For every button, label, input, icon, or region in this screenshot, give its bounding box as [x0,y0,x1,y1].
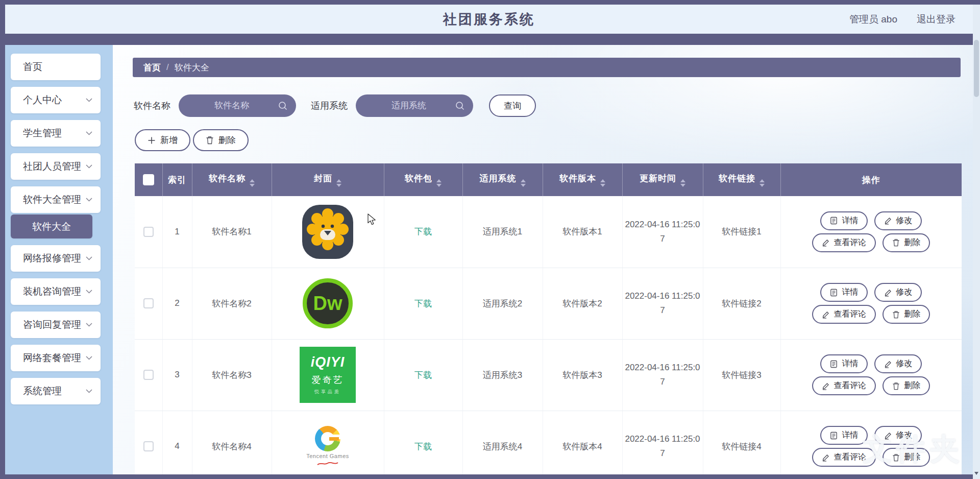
chevron-down-icon [86,290,92,294]
add-button[interactable]: 新增 [135,129,190,151]
cell-index: 4 [162,411,192,474]
sidebar-item-system-mgmt[interactable]: 系统管理 [11,378,101,404]
detail-button[interactable]: 详情 [820,211,868,230]
logout-link[interactable]: 退出登录 [917,13,955,26]
view-comments-button[interactable]: 查看评论 [812,376,876,395]
sidebar: 首页 个人中心 学生管理 社团人员管理 软件大全管理 软件大全 [5,45,113,474]
software-name-input-wrap [179,94,296,117]
pencil-icon [884,217,892,225]
dreamweaver-icon: Dw [300,275,356,331]
delete-row-button[interactable]: 删除 [883,233,930,252]
sort-icon[interactable] [521,179,526,187]
page-title: 社团服务系统 [5,10,973,29]
tencent-games-icon: Tencent Games [300,418,356,474]
delete-row-button[interactable]: 删除 [883,448,930,467]
software-name-input[interactable] [189,100,275,111]
cell-updated: 2022-04-16 11:25:07 [625,218,700,246]
cell-index: 3 [162,339,192,411]
sidebar-item-install-consult-mgmt[interactable]: 装机咨询管理 [11,278,101,305]
sidebar-item-student-mgmt[interactable]: 学生管理 [11,120,101,147]
document-icon [830,289,838,297]
row-checkbox[interactable] [143,441,154,451]
main-content: 首页 / 软件大全 软件名称 适用系统 [113,45,973,474]
edit-button[interactable]: 修改 [874,426,922,445]
chevron-down-icon [86,323,92,327]
sort-icon[interactable] [436,179,442,187]
edit-button[interactable]: 修改 [874,354,922,373]
column-index: 索引 [162,163,192,196]
document-icon [830,360,838,368]
column-updated[interactable]: 更新时间 [622,163,703,196]
sidebar-item-personal-center[interactable]: 个人中心 [11,87,101,113]
sidebar-item-network-package-mgmt[interactable]: 网络套餐管理 [11,345,101,371]
sidebar-item-software-mgmt[interactable]: 软件大全管理 [11,186,101,213]
trash-icon [892,310,900,319]
column-actions: 操作 [780,163,962,196]
detail-button[interactable]: 详情 [820,426,868,445]
cell-system: 适用系统2 [462,268,543,339]
software-name-label: 软件名称 [134,100,170,112]
view-comments-button[interactable]: 查看评论 [812,233,876,252]
search-icon [278,101,288,111]
applicable-system-input[interactable] [366,100,452,111]
pencil-icon [822,238,829,247]
sidebar-item-network-repair-mgmt[interactable]: 网络报修管理 [11,245,101,272]
cell-updated: 2022-04-16 11:25:07 [625,361,700,389]
column-package[interactable]: 软件包 [384,163,462,196]
sidebar-item-consult-reply-mgmt[interactable]: 咨询回复管理 [11,312,101,338]
view-comments-button[interactable]: 查看评论 [812,448,876,467]
sort-icon[interactable] [600,179,605,187]
download-link[interactable]: 下载 [414,227,432,236]
cell-updated: 2022-04-16 11:25:07 [625,432,700,461]
software-table: 索引 软件名称 封面 软件包 适用系统 软件版本 更新时间 软件链接 操作 [135,163,962,474]
trash-icon [892,453,900,462]
query-button[interactable]: 查询 [489,94,536,117]
sort-icon[interactable] [760,179,765,187]
iqiyi-icon: iQIYI 爱奇艺 悦享品质 [300,347,356,403]
column-cover[interactable]: 封面 [272,163,384,196]
applicable-system-label: 适用系统 [311,100,348,112]
edit-button[interactable]: 修改 [874,211,922,230]
scrollbar-thumb[interactable] [974,40,979,97]
vertical-scrollbar [973,5,980,479]
scrollbar-down-arrow-icon[interactable] [974,472,978,475]
breadcrumb-separator: / [166,62,169,73]
search-icon [455,101,465,111]
trash-icon [892,238,900,247]
row-checkbox[interactable] [143,370,154,380]
detail-button[interactable]: 详情 [820,354,868,373]
delete-row-button[interactable]: 删除 [883,376,930,395]
column-version[interactable]: 软件版本 [543,163,622,196]
sort-icon[interactable] [336,179,341,187]
sidebar-item-club-member-mgmt[interactable]: 社团人员管理 [11,153,101,180]
column-name[interactable]: 软件名称 [192,163,272,196]
pencil-icon [822,382,829,390]
sort-icon[interactable] [680,179,685,187]
row-checkbox[interactable] [143,298,154,308]
delete-row-button[interactable]: 删除 [883,305,930,324]
row-checkbox[interactable] [143,227,154,237]
app-window: 社团服务系统 管理员 abo 退出登录 首页 个人中心 学生管理 社团人员管理 [0,0,980,479]
download-link[interactable]: 下载 [414,442,432,451]
detail-button[interactable]: 详情 [820,283,868,302]
cell-version: 软件版本1 [543,196,622,268]
cell-name: 软件名称3 [192,339,272,411]
sort-icon[interactable] [250,179,255,187]
view-comments-button[interactable]: 查看评论 [812,305,876,324]
cell-version: 软件版本2 [543,268,622,339]
column-system[interactable]: 适用系统 [462,163,543,196]
delete-button[interactable]: 删除 [193,129,249,151]
select-all-checkbox[interactable] [143,174,154,185]
lion-app-icon [300,204,356,260]
sidebar-item-home[interactable]: 首页 [11,54,101,80]
sidebar-item-software-list-active[interactable]: 软件大全 [11,214,92,238]
cell-index: 2 [162,268,192,339]
download-link[interactable]: 下载 [414,370,432,380]
trash-icon [206,136,214,145]
download-link[interactable]: 下载 [414,299,432,308]
breadcrumb-home[interactable]: 首页 [143,62,161,74]
column-link[interactable]: 软件链接 [703,163,780,196]
cell-system: 适用系统3 [462,339,543,411]
cell-link: 软件链接2 [703,268,780,339]
edit-button[interactable]: 修改 [874,283,922,302]
